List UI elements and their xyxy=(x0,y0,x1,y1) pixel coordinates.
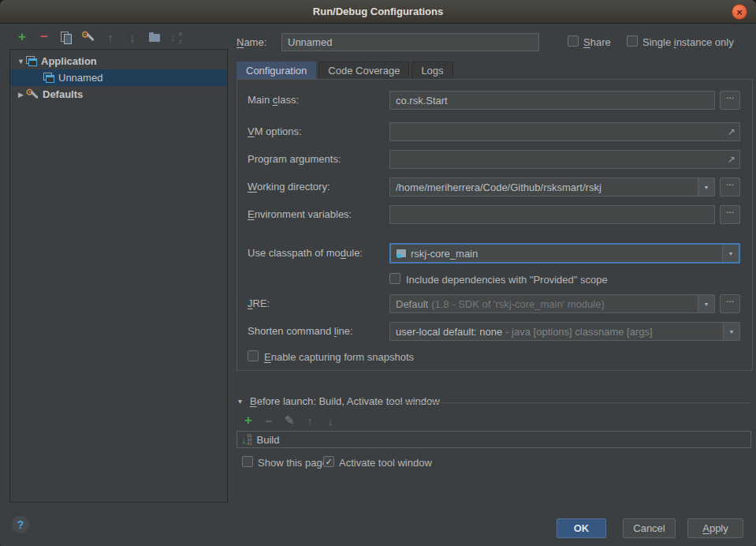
help-icon: ? xyxy=(17,518,24,531)
main-class-browse-button[interactable]: ... xyxy=(720,91,740,110)
copy-configuration-button[interactable] xyxy=(55,29,77,45)
environment-variables-input[interactable] xyxy=(389,205,715,224)
name-input[interactable]: Unnamed xyxy=(281,33,539,51)
tree-item-application[interactable]: ▼ Application xyxy=(10,53,227,69)
cancel-button[interactable]: Cancel xyxy=(623,518,676,538)
configurations-toolbar: + − ⚙ ↑ ↓ ↓ a z xyxy=(11,28,188,46)
minus-icon: − xyxy=(266,414,273,428)
titlebar[interactable]: Run/Debug Configurations × xyxy=(0,0,756,24)
dropdown-arrow-icon[interactable]: ▼ xyxy=(698,295,714,312)
before-launch-collapse-icon[interactable]: ▾ xyxy=(238,397,242,406)
tree-item-defaults[interactable]: ▶ ⚙ Defaults xyxy=(10,86,227,103)
arrow-down-icon: ↓ xyxy=(327,414,333,428)
vm-options-input[interactable]: ↗ xyxy=(389,122,740,141)
before-launch-remove-button[interactable]: − xyxy=(259,413,279,428)
main-class-label: Main class: xyxy=(248,94,299,106)
plus-icon: + xyxy=(18,29,26,45)
working-directory-combo[interactable]: /home/meriherrera/Code/Github/rsksmart/r… xyxy=(389,178,715,196)
jre-label: JRE: xyxy=(248,297,270,309)
working-directory-browse-button[interactable]: ... xyxy=(720,178,740,196)
working-directory-label: Working directory: xyxy=(248,181,330,193)
gear-icon: ⚙ xyxy=(81,30,90,39)
tab-logs[interactable]: Logs xyxy=(412,62,452,80)
jre-browse-button[interactable]: ... xyxy=(720,294,740,313)
pencil-icon: ✎ xyxy=(285,413,295,428)
program-arguments-label: Program arguments: xyxy=(248,153,341,165)
close-button[interactable]: × xyxy=(732,4,747,20)
include-provided-checkbox[interactable] xyxy=(389,273,400,284)
arrow-up-icon: ↑ xyxy=(107,31,114,44)
single-instance-label[interactable]: Single instance only xyxy=(642,36,734,48)
dropdown-arrow-icon[interactable]: ▼ xyxy=(698,178,714,196)
sort-configurations-button[interactable]: ↓ a z xyxy=(166,29,188,45)
build-item-label: Build xyxy=(257,434,280,446)
tab-bar: Configuration Code Coverage Logs xyxy=(236,62,456,80)
expand-field-icon[interactable]: ↗ xyxy=(728,154,739,165)
configuration-form: Main class: co.rsk.Start ... VM options:… xyxy=(236,79,753,371)
before-launch-move-down-button[interactable]: ↓ xyxy=(320,413,341,428)
activate-tool-window-label[interactable]: Activate tool window xyxy=(339,457,432,469)
before-launch-item-build[interactable]: ↓ 01 10 01 Build xyxy=(236,431,751,448)
tree-expanded-icon[interactable]: ▼ xyxy=(16,58,26,65)
apply-button[interactable]: Apply xyxy=(687,518,743,538)
new-folder-button[interactable] xyxy=(143,29,166,45)
remove-configuration-button[interactable]: − xyxy=(33,29,55,45)
show-this-page-checkbox[interactable] xyxy=(242,456,253,467)
tab-code-coverage[interactable]: Code Coverage xyxy=(318,62,409,80)
before-launch-add-button[interactable]: + xyxy=(238,413,259,428)
copy-icon xyxy=(61,32,72,43)
expand-field-icon[interactable]: ↗ xyxy=(728,126,739,137)
jre-value: Default xyxy=(390,298,428,310)
shorten-command-line-label: Shorten command line: xyxy=(248,325,353,337)
ok-button[interactable]: OK xyxy=(557,518,606,538)
add-configuration-button[interactable]: + xyxy=(11,29,33,45)
jre-value-detail: (1.8 - SDK of 'rskj-core_main' module) xyxy=(428,298,605,310)
dropdown-arrow-icon[interactable]: ▼ xyxy=(723,323,739,340)
capture-snapshots-label[interactable]: Enable capturing form snapshots xyxy=(264,351,414,363)
before-launch-move-up-button[interactable]: ↑ xyxy=(300,413,320,428)
share-label[interactable]: Share xyxy=(583,36,611,48)
wrench-gear-icon: ⚙ xyxy=(82,31,95,43)
plus-icon: + xyxy=(244,413,252,428)
shorten-command-line-combo[interactable]: user-local default: none - java [options… xyxy=(389,322,740,341)
environment-variables-browse-button[interactable]: ... xyxy=(720,205,740,224)
activate-tool-window-checkbox[interactable]: ✓ xyxy=(323,456,334,467)
before-launch-edit-button[interactable]: ✎ xyxy=(279,413,300,428)
before-launch-title[interactable]: Before launch: Build, Activate tool wind… xyxy=(250,395,440,407)
capture-snapshots-checkbox[interactable] xyxy=(248,350,259,361)
jre-combo[interactable]: Default (1.8 - SDK of 'rskj-core_main' m… xyxy=(389,294,715,313)
build-icon: ↓ 01 10 01 xyxy=(241,434,252,446)
environment-variables-label: Environment variables: xyxy=(248,208,352,220)
main-class-value: co.rsk.Start xyxy=(390,95,453,107)
include-provided-label[interactable]: Include dependencies with "Provided" sco… xyxy=(406,274,608,286)
move-down-button[interactable]: ↓ xyxy=(121,29,143,45)
module-icon xyxy=(397,249,406,257)
sort-az-icon: ↓ a z xyxy=(170,31,183,44)
tree-item-unnamed[interactable]: Unnamed xyxy=(10,69,227,86)
share-checkbox[interactable] xyxy=(568,36,579,47)
before-launch-separator xyxy=(388,402,750,403)
shorten-value: user-local default: none xyxy=(390,326,502,338)
main-class-input[interactable]: co.rsk.Start xyxy=(389,91,715,110)
window-title: Run/Debug Configurations xyxy=(313,6,443,17)
show-this-page-label[interactable]: Show this page xyxy=(258,457,328,469)
program-arguments-input[interactable]: ↗ xyxy=(389,150,740,169)
arrow-up-icon: ↑ xyxy=(307,414,313,428)
defaults-wrench-icon: ⚙ xyxy=(26,88,39,101)
name-label: Name: xyxy=(236,36,266,48)
tab-configuration[interactable]: Configuration xyxy=(236,62,316,80)
single-instance-checkbox[interactable] xyxy=(627,36,638,47)
working-directory-value: /home/meriherrera/Code/Github/rsksmart/r… xyxy=(390,181,607,193)
run-debug-configurations-dialog: Run/Debug Configurations × + − ⚙ ↑ ↓ ↓ a… xyxy=(0,0,756,546)
vm-options-label: VM options: xyxy=(248,125,302,137)
application-icon xyxy=(26,56,38,66)
move-up-button[interactable]: ↑ xyxy=(99,29,121,45)
use-classpath-combo[interactable]: rskj-core_main ▼ xyxy=(389,243,740,264)
before-launch-toolbar: + − ✎ ↑ ↓ xyxy=(238,413,341,428)
edit-defaults-button[interactable]: ⚙ xyxy=(77,29,99,45)
configurations-tree: ▼ Application Unnamed ▶ ⚙ Defaults xyxy=(9,49,228,503)
dropdown-arrow-icon[interactable]: ▼ xyxy=(722,245,739,262)
close-icon: × xyxy=(736,7,743,17)
application-icon xyxy=(43,73,55,83)
help-button[interactable]: ? xyxy=(12,516,29,533)
